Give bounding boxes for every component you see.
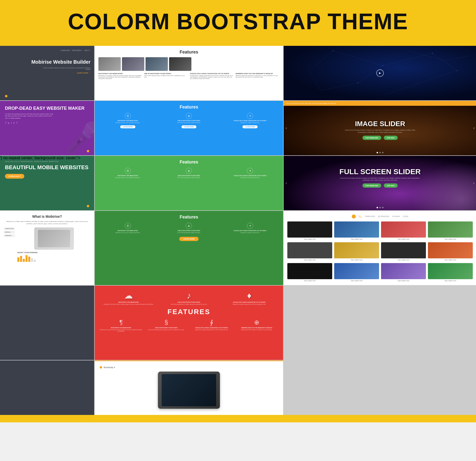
gallery-thumb-2-3[interactable] <box>381 242 426 258</box>
gallery-item-3-2: Type caption here <box>334 263 379 281</box>
gallery-caption-1-1: Type caption here <box>287 238 332 240</box>
slider-arrow-left[interactable]: ‹ <box>286 126 287 130</box>
panel-purple: 🎤 DROP-DEAD EASY WEBSITE MAKER Cut down … <box>0 101 94 155</box>
learn-more-blue-2[interactable]: LEARN MORE <box>181 125 196 128</box>
gallery-thumb-1-3[interactable] <box>381 221 426 238</box>
fullscreen-arrow-right[interactable]: › <box>473 181 475 185</box>
fullscreen-content: FULL SCREEN SLIDER Choose from the large… <box>337 167 423 188</box>
fullscreen-desc: Choose from the large selection of types… <box>337 177 423 181</box>
svg-line-6 <box>321 83 358 90</box>
fs-dot-1 <box>379 207 381 208</box>
gallery-nav-templates[interactable]: TEMPLATES <box>365 216 375 217</box>
gallery-thumb-2-1[interactable] <box>287 242 332 258</box>
gallery-thumb-1-4[interactable] <box>428 221 473 238</box>
feat-img-2 <box>122 57 144 71</box>
panel-features-red: ☁ BOOTSTRAP 4 HAS BEEN NOTED Bootstrap 4… <box>95 286 283 360</box>
panel-right-row6 <box>284 360 476 415</box>
svg-line-10 <box>445 56 470 61</box>
gallery-thumb-3-1[interactable] <box>287 263 332 279</box>
gallery-thumb-3-4[interactable] <box>428 263 473 279</box>
progress-label-1: TEMPLATES <box>4 227 15 230</box>
feat-blue-3: ✦ GOOGLE HAS A HIGHLY EXHAUSTIVE LIST OF… <box>221 113 279 128</box>
slider-arrow-right[interactable]: › <box>473 126 475 130</box>
panel-gallery: ALL TEMPLATES EXTENSIONS PLUGINS ICONS T… <box>284 211 476 285</box>
mobile-dot <box>87 205 89 207</box>
gallery-item-1-4: Type caption here <box>428 221 473 240</box>
nav-item-help[interactable]: HELP + <box>85 50 90 51</box>
gallery-nav-plugins[interactable]: PLUGINS <box>392 216 400 217</box>
laptop-preview <box>158 372 220 409</box>
gallery-thumb-1-2[interactable] <box>334 221 379 238</box>
gallery-thumb-3-2[interactable] <box>334 263 379 279</box>
gallery-item-3-4: Typo caption hero <box>428 263 473 281</box>
bootstrap-dot <box>100 366 102 369</box>
panel-features-dkgreen: Features ☰ BOOTSTRAP 4 HAS BEEN NOTED Bo… <box>95 211 283 285</box>
fullscreen-btn-windows[interactable]: FOR WINDOWS <box>362 184 381 188</box>
social-twitter[interactable]: 𝕋 <box>5 122 6 124</box>
gallery-item-3-1: Type caption here <box>287 263 332 281</box>
features-green-title: Features <box>98 160 279 165</box>
svg-point-13 <box>333 50 334 51</box>
panel-empty-row6 <box>0 360 94 415</box>
panel-right-row5 <box>284 286 476 360</box>
gallery-nav-extensions[interactable]: EXTENSIONS <box>378 216 389 217</box>
bootstrap-indicator: Bootstrap 4 <box>100 366 115 369</box>
feat-blue-1: ☰ BOOTSTRAP 4 HAS BEEN NOTED Bootstrap 4… <box>98 113 157 128</box>
feat-green-2: ◈ ONE OF BOOTSTRAP 4'S BIG POINTS One of… <box>160 168 218 179</box>
gallery-row-1: Type caption here Type caption here Type… <box>287 221 473 240</box>
gallery-nav: ALL TEMPLATES EXTENSIONS PLUGINS ICONS <box>287 215 473 218</box>
feat-red-icon-2: ♪ ONE OF BOOTSTRAP 4'S BIG POINTS One of… <box>160 291 218 305</box>
learn-more-blue-3[interactable]: LEARN MORE <box>242 125 257 128</box>
feat-red-icon-3: ♦ GOOGLE HAS A HIGHLY EXHAUSTIVE LIST OF… <box>220 291 278 305</box>
what-title: What is Mobirise? <box>4 215 90 218</box>
social-instagram[interactable]: 𝕚 <box>11 122 12 124</box>
mobirise-learn-more[interactable]: LEARN MORE → <box>4 72 90 74</box>
panel-features-white: Features BOOTSTRAP 4 HAS BEEN NOTED Boot… <box>95 46 283 100</box>
learn-more-dkgreen[interactable]: LEARN MORE <box>179 237 198 241</box>
learn-more-blue-1[interactable]: LEARN MORE <box>120 125 135 128</box>
nav-item-features[interactable]: FEATURES + <box>72 50 83 51</box>
laptop-screen <box>162 374 216 406</box>
progress-label-3: ANIMATE <box>4 234 15 237</box>
fullscreen-btn-mac[interactable]: FOR MAC <box>384 184 398 188</box>
nav-item-overview[interactable]: OVERVIEW <box>60 50 70 51</box>
slider-content: IMAGE SLIDER Choose from the large selec… <box>343 120 417 140</box>
gallery-nav-all[interactable]: ALL <box>359 215 362 217</box>
feat-red-bottom-4: ⊕ MOBIRISE GIVES YOU THE FREEDOM TO DEVE… <box>236 319 278 332</box>
feat-dkgreen-2: ◈ ONE OF BOOTSTRAP 4'S BIG POINTS One of… <box>160 223 218 234</box>
slider-dots <box>377 152 384 153</box>
fullscreen-arrow-left[interactable]: ‹ <box>286 181 287 185</box>
gallery-thumb-1-1[interactable] <box>287 221 332 238</box>
panel-what: What is Mobirise? Mobirise is an offline… <box>0 211 94 285</box>
slider-btn-mac[interactable]: FOR MAC <box>384 136 398 140</box>
slider-btn-windows[interactable]: FOR WINDOWS <box>362 136 381 140</box>
gallery-logo <box>352 215 356 218</box>
social-linkedin[interactable]: 𝕟 <box>13 122 15 124</box>
gallery-thumb-2-2[interactable] <box>334 242 379 258</box>
svg-point-14 <box>357 82 358 83</box>
mobirise-dot <box>5 95 7 97</box>
play-button[interactable]: ▶ <box>376 69 384 77</box>
social-pinterest[interactable]: 𝕡 <box>8 122 9 124</box>
gallery-item-1-3: Type caption here <box>381 221 426 240</box>
gallery-thumb-3-3[interactable] <box>381 263 426 279</box>
feat-red-bottom-3: ∮ GOOGLE HAS A HIGHLY EXHAUSTIVE LIST OF… <box>190 319 233 332</box>
svg-line-7 <box>308 71 321 90</box>
slider-dot-2 <box>382 152 384 153</box>
gallery-nav-icons[interactable]: ICONS <box>403 216 408 217</box>
boost-title: BOOST YOUR RANKING <box>17 252 90 253</box>
features-white-title: Features <box>98 50 279 55</box>
social-facebook[interactable]: 𝕗 <box>16 122 17 124</box>
panel-features-blue: Features ☰ BOOTSTRAP 4 HAS BEEN NOTED Bo… <box>95 101 283 155</box>
features-dkgreen-title: Features <box>98 215 279 220</box>
gallery-item-1-1: Type caption here <box>287 221 332 240</box>
progress-label-2: MOBILE <box>4 231 15 233</box>
gallery-item-2-4: Type caption here <box>428 242 473 261</box>
gallery-row-2: Type caption here Type caption here Type… <box>287 242 473 261</box>
bottom-strip <box>0 415 476 422</box>
fs-dot-2 <box>382 207 384 208</box>
fullscreen-dots <box>377 207 384 208</box>
gallery-thumb-2-4[interactable] <box>428 242 473 258</box>
mobirise-sub-text: Create beautiful websites easily for any… <box>41 67 90 70</box>
gallery-caption-3-1: Type caption here <box>287 280 332 281</box>
